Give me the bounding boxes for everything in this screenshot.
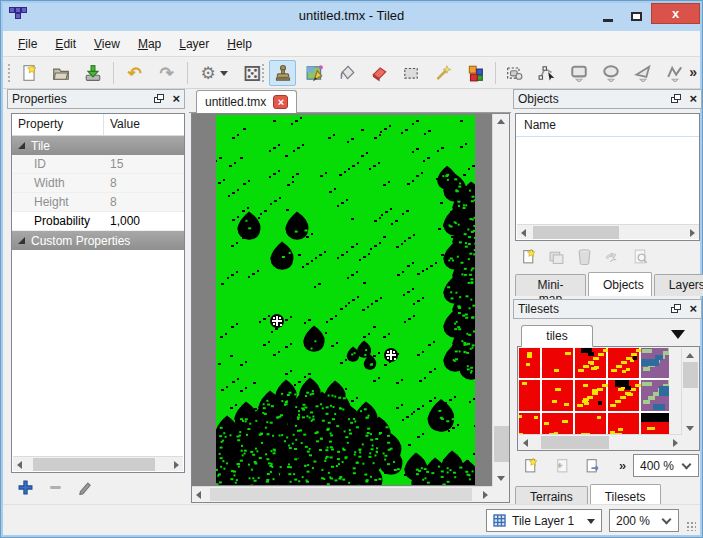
maximize-button[interactable] — [623, 7, 649, 25]
menu-view[interactable]: View — [85, 33, 129, 55]
objects-hscrollbar[interactable] — [517, 224, 699, 239]
scroll-right-icon[interactable] — [673, 439, 678, 447]
objects-name-column-header[interactable]: Name — [516, 114, 699, 137]
menu-layer[interactable]: Layer — [170, 33, 218, 55]
scrollbar-thumb[interactable] — [533, 226, 619, 239]
float-panel-icon[interactable] — [671, 94, 681, 104]
map-canvas[interactable] — [192, 114, 492, 486]
window-resize-grip[interactable] — [686, 521, 696, 531]
export-tileset-button[interactable] — [582, 455, 602, 475]
scrollbar-thumb[interactable] — [541, 436, 609, 449]
import-tileset-button[interactable] — [551, 455, 571, 475]
table-row-width[interactable]: Width8 — [12, 174, 184, 193]
new-object-button[interactable] — [518, 246, 538, 266]
edit-polygons-button[interactable] — [533, 60, 560, 86]
tab-layers[interactable]: Layers — [654, 274, 703, 296]
toolbar-grip[interactable] — [261, 63, 265, 83]
tileset-tab-tiles[interactable]: tiles — [521, 325, 593, 347]
map-vscrollbar[interactable] — [492, 114, 509, 486]
tilesets-overflow-button[interactable]: » — [619, 458, 626, 473]
insert-rectangle-button[interactable] — [565, 60, 592, 86]
float-panel-icon[interactable] — [154, 94, 164, 104]
menu-help[interactable]: Help — [218, 33, 261, 55]
collapse-triangle-icon[interactable] — [18, 237, 25, 244]
insert-polygon-button[interactable] — [629, 60, 656, 86]
close-panel-icon[interactable]: × — [689, 94, 697, 104]
scroll-left-icon[interactable] — [523, 439, 528, 447]
layer-combobox[interactable]: Tile Layer 1 — [486, 509, 602, 532]
collapse-triangle-icon[interactable] — [18, 142, 25, 149]
scrollbar-thumb[interactable] — [33, 458, 155, 471]
table-row-probability[interactable]: Probability1,000 — [12, 212, 184, 231]
close-panel-icon[interactable]: × — [689, 304, 697, 314]
save-button[interactable] — [79, 60, 106, 86]
tileset-zoom-combobox[interactable]: 400 % — [633, 454, 699, 477]
rect-select-button[interactable] — [397, 60, 424, 86]
tileset-list-dropdown-icon[interactable] — [671, 330, 685, 339]
menu-file[interactable]: File — [9, 33, 46, 55]
magic-wand-button[interactable] — [429, 60, 456, 86]
stamp-brush-button[interactable] — [269, 60, 296, 86]
tab-objects[interactable]: Objects — [588, 272, 652, 296]
scroll-left-icon[interactable] — [521, 229, 526, 237]
table-row-height[interactable]: Height8 — [12, 193, 184, 212]
tileset-hscrollbar[interactable] — [519, 434, 682, 449]
goto-object-button[interactable] — [630, 246, 650, 266]
scroll-left-icon[interactable] — [196, 491, 201, 499]
scroll-down-icon[interactable] — [497, 476, 505, 481]
objects-panel-header[interactable]: Objects × — [513, 89, 702, 109]
redo-button[interactable]: ↷ — [153, 60, 180, 86]
properties-hscrollbar[interactable] — [13, 456, 183, 471]
title-bar[interactable]: untitled.tmx - Tiled x — [3, 3, 700, 31]
insert-ellipse-button[interactable] — [597, 60, 624, 86]
scroll-up-icon[interactable] — [497, 119, 505, 124]
scrollbar-thumb[interactable] — [494, 426, 509, 462]
value-column-header[interactable]: Value — [104, 114, 146, 135]
map-zoom-combobox[interactable]: 200 % — [609, 509, 679, 532]
property-column-header[interactable]: Property — [12, 114, 104, 135]
group-row-tile[interactable]: Tile — [12, 136, 184, 155]
new-map-button[interactable] — [15, 60, 42, 86]
scrollbar-thumb[interactable] — [210, 488, 472, 501]
scroll-left-icon[interactable] — [17, 461, 22, 469]
edit-property-button[interactable] — [75, 477, 95, 497]
move-objects-button[interactable] — [602, 246, 622, 266]
delete-object-button[interactable] — [574, 246, 594, 266]
scroll-down-icon[interactable] — [686, 426, 694, 431]
close-button[interactable]: x — [651, 3, 700, 24]
select-objects-button[interactable] — [501, 60, 528, 86]
tileset-canvas[interactable] — [519, 348, 669, 436]
document-tab[interactable]: untitled.tmx × — [196, 90, 297, 113]
properties-panel-header[interactable]: Properties × — [7, 89, 185, 109]
scrollbar-thumb[interactable] — [683, 362, 698, 388]
terrain-brush-button[interactable] — [301, 60, 328, 86]
float-panel-icon[interactable] — [671, 304, 681, 314]
tileset-vscrollbar[interactable] — [681, 348, 698, 436]
tab-mini-map[interactable]: Mini-map — [515, 274, 586, 296]
eraser-button[interactable] — [365, 60, 392, 86]
menu-edit[interactable]: Edit — [46, 33, 85, 55]
select-same-tile-button[interactable] — [461, 60, 488, 86]
bucket-fill-button[interactable] — [333, 60, 360, 86]
automapping-button[interactable]: ⚙ — [195, 60, 233, 86]
tilesets-panel-header[interactable]: Tilesets × — [513, 299, 702, 319]
map-hscrollbar[interactable] — [192, 486, 492, 502]
tab-close-button[interactable]: × — [273, 95, 288, 109]
new-tileset-button[interactable] — [520, 455, 540, 475]
add-property-button[interactable] — [15, 477, 35, 497]
toolbar-grip[interactable] — [7, 63, 11, 83]
toolbar-overflow-button[interactable]: » — [689, 64, 697, 80]
insert-polyline-button[interactable] — [661, 60, 688, 86]
scroll-right-icon[interactable] — [690, 229, 695, 237]
close-panel-icon[interactable]: × — [172, 94, 180, 104]
scroll-right-icon[interactable] — [174, 461, 179, 469]
properties-table-header[interactable]: Property Value — [12, 114, 184, 136]
menu-map[interactable]: Map — [129, 33, 170, 55]
scroll-right-icon[interactable] — [483, 491, 488, 499]
group-row-custom-properties[interactable]: Custom Properties — [12, 231, 184, 250]
duplicate-object-button[interactable] — [546, 246, 566, 266]
remove-property-button[interactable] — [45, 477, 65, 497]
table-row-id[interactable]: ID15 — [12, 155, 184, 174]
objects-list[interactable]: Name — [515, 113, 700, 241]
open-file-button[interactable] — [47, 60, 74, 86]
